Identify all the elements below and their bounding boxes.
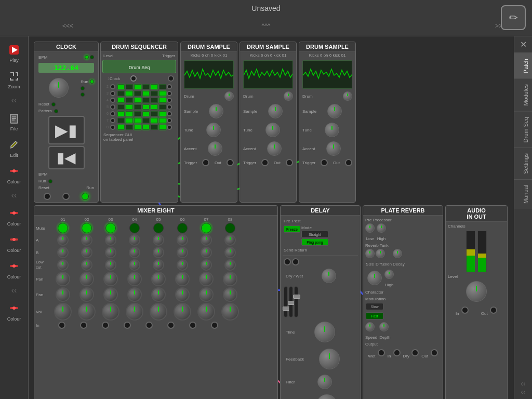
- seq-trig-7[interactable]: [167, 118, 172, 123]
- mixer-lc-3[interactable]: [105, 259, 116, 271]
- seq-step-2-4[interactable]: [142, 84, 150, 89]
- audio-out-port[interactable]: [490, 307, 497, 314]
- seq-step-7-5[interactable]: [151, 118, 158, 123]
- reverb-low-knob[interactable]: [365, 223, 375, 233]
- seq-step-3-3[interactable]: [134, 91, 141, 96]
- delay-slider-3[interactable]: [294, 286, 298, 317]
- seq-step-5-3[interactable]: [134, 104, 141, 110]
- mixer-in-1[interactable]: [58, 322, 65, 329]
- seq-port-2[interactable]: [110, 84, 115, 89]
- seq-step-8-5[interactable]: [151, 125, 158, 130]
- delay-pingpong-btn[interactable]: Ping pong: [301, 238, 328, 246]
- reverb-depth-knob[interactable]: [379, 322, 389, 331]
- mixer-a-3[interactable]: [105, 234, 116, 246]
- ds1-out-port[interactable]: [227, 159, 234, 166]
- mixer-in-8[interactable]: [211, 322, 218, 329]
- seq-step-5-6[interactable]: [159, 104, 166, 110]
- seq-step-4-4[interactable]: [142, 98, 150, 103]
- ds2-sample-knob[interactable]: [268, 104, 283, 118]
- mixer-a-5[interactable]: [153, 234, 164, 246]
- mixer-pan2-7[interactable]: [199, 287, 214, 302]
- reverb-high2-knob[interactable]: [384, 270, 394, 279]
- mixer-pan2-4[interactable]: [127, 287, 142, 302]
- drum-seq-btn[interactable]: Drum Seq: [102, 60, 176, 73]
- mixer-vol-1[interactable]: [54, 303, 72, 321]
- seq-step-5-1[interactable]: [117, 104, 125, 110]
- seq-step-4-2[interactable]: [126, 98, 133, 103]
- clock-play-btn[interactable]: ▶▮: [48, 116, 85, 144]
- seq-clock-port[interactable]: [130, 75, 137, 82]
- seq-port-3[interactable]: [110, 91, 115, 96]
- seq-step-2-2[interactable]: [126, 84, 133, 89]
- mixer-pan-8[interactable]: [223, 272, 237, 286]
- mixer-b-7[interactable]: [201, 247, 212, 258]
- tab-drum-seq[interactable]: Drum Seq: [514, 111, 532, 148]
- mixer-in-7[interactable]: [189, 322, 196, 329]
- reverb-slow-btn[interactable]: Slow: [366, 303, 383, 310]
- mixer-pan-3[interactable]: [103, 272, 118, 286]
- seq-step-7-4[interactable]: [142, 118, 150, 123]
- seq-port-6[interactable]: [110, 111, 115, 116]
- mixer-pan2-3[interactable]: [103, 287, 118, 302]
- mixer-lc-2[interactable]: [81, 259, 92, 271]
- seq-step-6-1[interactable]: [117, 111, 125, 116]
- mixer-in-6[interactable]: [167, 322, 175, 329]
- reverb-out-port[interactable]: [431, 349, 438, 356]
- seq-trig-8[interactable]: [167, 125, 172, 130]
- audio-in-port[interactable]: [461, 307, 469, 314]
- ds3-trigger-port[interactable]: [321, 159, 328, 166]
- mixer-lc-4[interactable]: [129, 259, 140, 271]
- sidebar-play[interactable]: Play: [1, 41, 27, 65]
- tab-patch[interactable]: Patch: [514, 53, 532, 78]
- edit-pencil-icon[interactable]: ✏: [501, 5, 526, 30]
- seq-port-5[interactable]: [110, 104, 115, 110]
- clock-bpm-display[interactable]: 122.64: [38, 63, 94, 73]
- mixer-pan2-8[interactable]: [223, 287, 237, 302]
- delay-master-knob[interactable]: [316, 394, 337, 399]
- ds2-drum-knob[interactable]: [284, 91, 293, 101]
- seq-step-2-1[interactable]: [117, 84, 125, 89]
- close-button[interactable]: ✕: [514, 36, 532, 53]
- sidebar-colour1[interactable]: Colour: [1, 162, 27, 187]
- mixer-pan2-5[interactable]: [151, 287, 166, 302]
- seq-trig-2[interactable]: [167, 84, 172, 89]
- mixer-vol-8[interactable]: [221, 303, 239, 321]
- ds1-accent-knob[interactable]: [208, 141, 222, 156]
- seq-step-7-3[interactable]: [134, 118, 141, 123]
- seq-step-2-5[interactable]: [151, 84, 158, 89]
- mixer-mute-4[interactable]: [129, 223, 140, 233]
- mixer-b-2[interactable]: [81, 247, 92, 258]
- delay-dry-wet-knob[interactable]: [322, 269, 336, 283]
- seq-step-4-3[interactable]: [134, 98, 141, 103]
- seq-step-3-1[interactable]: [117, 91, 125, 96]
- mixer-b-1[interactable]: [57, 247, 69, 258]
- seq-step-8-3[interactable]: [134, 125, 141, 130]
- mixer-b-3[interactable]: [105, 247, 116, 258]
- reverb-size-knob[interactable]: [365, 249, 375, 258]
- mixer-mute-6[interactable]: [177, 223, 188, 233]
- reverb-dry-port[interactable]: [411, 349, 419, 356]
- seq-step-3-4[interactable]: [142, 91, 150, 96]
- mixer-vol-3[interactable]: [102, 303, 119, 321]
- reverb-high-knob[interactable]: [377, 223, 386, 233]
- ds2-tune-knob[interactable]: [265, 123, 280, 137]
- ds2-trigger-port[interactable]: [261, 159, 269, 166]
- clock-bpm-knob[interactable]: [49, 78, 69, 98]
- seq-step-3-2[interactable]: [126, 91, 133, 96]
- clock-port2[interactable]: [62, 193, 70, 200]
- audio-level-knob[interactable]: [466, 281, 487, 302]
- seq-step-5-4[interactable]: [142, 104, 150, 110]
- mixer-vol-5[interactable]: [150, 303, 167, 321]
- sidebar-colour4[interactable]: Colour: [1, 257, 27, 282]
- seq-step-5-2[interactable]: [126, 104, 133, 110]
- mixer-mute-5[interactable]: [153, 223, 164, 233]
- reverb-fast-btn[interactable]: Fast: [366, 312, 383, 320]
- mixer-pan-6[interactable]: [175, 272, 190, 286]
- tab-modules[interactable]: Modules: [514, 78, 532, 111]
- delay-return-port[interactable]: [292, 258, 299, 265]
- sidebar-colour2[interactable]: Colour: [1, 204, 27, 229]
- mixer-pan-7[interactable]: [199, 272, 214, 286]
- seq-step-3-6[interactable]: [159, 91, 166, 96]
- seq-step-6-3[interactable]: [134, 111, 141, 116]
- mixer-b-6[interactable]: [177, 247, 188, 258]
